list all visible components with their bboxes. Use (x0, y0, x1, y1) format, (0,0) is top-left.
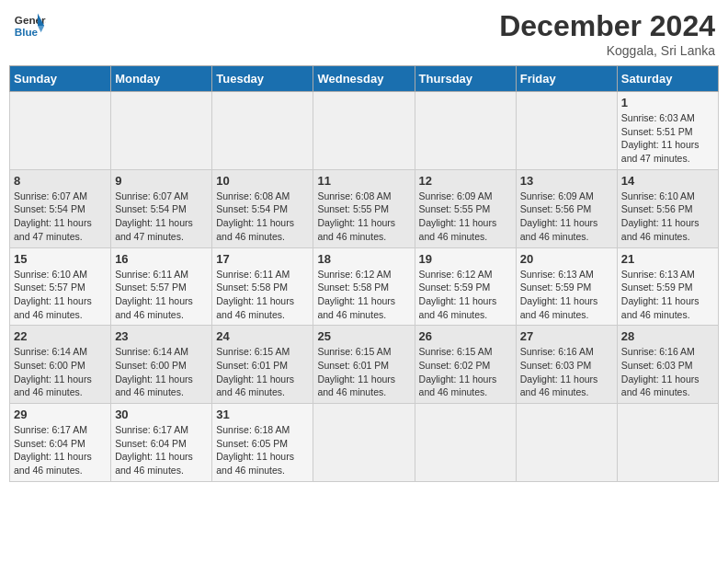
sunrise-label: Sunrise: 6:10 AM (621, 190, 695, 201)
daylight-label: Daylight: 11 hours and 46 minutes. (14, 373, 92, 398)
sunrise-label: Sunrise: 6:07 AM (115, 190, 188, 201)
header-thursday: Thursday (415, 66, 516, 92)
calendar-cell: 16 Sunrise: 6:11 AM Sunset: 5:57 PM Dayl… (111, 247, 212, 326)
logo: General Blue (13, 9, 46, 42)
calendar-cell: 28 Sunrise: 6:16 AM Sunset: 6:03 PM Dayl… (617, 326, 718, 404)
week-row-1: 1 Sunrise: 6:03 AM Sunset: 5:51 PM Dayli… (10, 92, 719, 170)
day-info: Sunrise: 6:16 AM Sunset: 6:03 PM Dayligh… (621, 345, 714, 399)
sunset-label: Sunset: 6:03 PM (621, 360, 693, 371)
sunset-label: Sunset: 6:01 PM (216, 360, 288, 371)
calendar-cell: 20 Sunrise: 6:13 AM Sunset: 5:59 PM Dayl… (516, 247, 617, 326)
daylight-label: Daylight: 11 hours and 46 minutes. (317, 295, 395, 320)
daylight-label: Daylight: 11 hours and 46 minutes. (14, 295, 92, 320)
sunset-label: Sunset: 5:54 PM (216, 203, 288, 214)
day-info: Sunrise: 6:18 AM Sunset: 6:05 PM Dayligh… (216, 423, 309, 477)
sunrise-label: Sunrise: 6:12 AM (317, 269, 391, 280)
sunset-label: Sunset: 6:00 PM (14, 360, 85, 371)
day-info: Sunrise: 6:09 AM Sunset: 5:55 PM Dayligh… (419, 190, 512, 244)
week-row-2: 8 Sunrise: 6:07 AM Sunset: 5:54 PM Dayli… (10, 169, 719, 247)
day-info: Sunrise: 6:03 AM Sunset: 5:51 PM Dayligh… (621, 111, 714, 166)
day-info: Sunrise: 6:17 AM Sunset: 6:04 PM Dayligh… (115, 423, 208, 477)
sunrise-label: Sunrise: 6:17 AM (14, 424, 87, 435)
day-info: Sunrise: 6:15 AM Sunset: 6:01 PM Dayligh… (216, 345, 309, 399)
day-number: 18 (317, 252, 410, 266)
sunset-label: Sunset: 5:59 PM (520, 282, 592, 293)
calendar-cell: 12 Sunrise: 6:09 AM Sunset: 5:55 PM Dayl… (415, 169, 516, 247)
day-info: Sunrise: 6:12 AM Sunset: 5:59 PM Dayligh… (419, 268, 512, 322)
daylight-label: Daylight: 11 hours and 46 minutes. (14, 451, 92, 476)
day-info: Sunrise: 6:07 AM Sunset: 5:54 PM Dayligh… (115, 190, 208, 244)
daylight-label: Daylight: 11 hours and 46 minutes. (216, 373, 294, 398)
sunrise-label: Sunrise: 6:09 AM (419, 190, 493, 201)
day-info: Sunrise: 6:13 AM Sunset: 5:59 PM Dayligh… (520, 268, 613, 322)
calendar-cell: 10 Sunrise: 6:08 AM Sunset: 5:54 PM Dayl… (212, 169, 313, 247)
header-sunday: Sunday (10, 66, 111, 92)
header-friday: Friday (516, 66, 617, 92)
calendar-cell (516, 92, 617, 170)
daylight-label: Daylight: 11 hours and 46 minutes. (216, 451, 294, 476)
sunrise-label: Sunrise: 6:16 AM (520, 346, 594, 357)
daylight-label: Daylight: 11 hours and 46 minutes. (115, 451, 193, 476)
daylight-label: Daylight: 11 hours and 47 minutes. (621, 139, 700, 164)
day-info: Sunrise: 6:12 AM Sunset: 5:58 PM Dayligh… (317, 268, 410, 322)
calendar-cell (10, 92, 111, 170)
calendar-cell (415, 404, 516, 482)
location-title: Koggala, Sri Lanka (499, 43, 715, 58)
daylight-label: Daylight: 11 hours and 46 minutes. (520, 295, 598, 320)
calendar-cell (617, 404, 718, 482)
sunrise-label: Sunrise: 6:13 AM (621, 269, 695, 280)
sunset-label: Sunset: 5:59 PM (419, 282, 491, 293)
daylight-label: Daylight: 11 hours and 47 minutes. (14, 217, 92, 242)
day-number: 31 (216, 408, 309, 421)
month-title: December 2024 (499, 9, 715, 43)
day-info: Sunrise: 6:14 AM Sunset: 6:00 PM Dayligh… (14, 345, 107, 399)
sunrise-label: Sunrise: 6:18 AM (216, 424, 290, 435)
sunset-label: Sunset: 5:55 PM (317, 203, 389, 214)
sunset-label: Sunset: 6:02 PM (419, 360, 491, 371)
page-header: General Blue December 2024 Koggala, Sri … (9, 9, 719, 58)
sunrise-label: Sunrise: 6:13 AM (520, 269, 594, 280)
sunset-label: Sunset: 6:03 PM (520, 360, 592, 371)
calendar-header-row: SundayMondayTuesdayWednesdayThursdayFrid… (10, 66, 719, 92)
day-number: 14 (621, 174, 714, 188)
calendar-cell (212, 92, 313, 170)
title-block: December 2024 Koggala, Sri Lanka (499, 9, 715, 58)
day-number: 21 (621, 252, 714, 266)
day-info: Sunrise: 6:11 AM Sunset: 5:58 PM Dayligh… (216, 268, 309, 322)
daylight-label: Daylight: 11 hours and 46 minutes. (115, 295, 193, 320)
daylight-label: Daylight: 11 hours and 46 minutes. (520, 217, 598, 242)
sunset-label: Sunset: 5:57 PM (115, 282, 187, 293)
sunrise-label: Sunrise: 6:16 AM (621, 346, 695, 357)
sunrise-label: Sunrise: 6:15 AM (419, 346, 493, 357)
week-row-3: 15 Sunrise: 6:10 AM Sunset: 5:57 PM Dayl… (10, 247, 719, 326)
day-info: Sunrise: 6:09 AM Sunset: 5:56 PM Dayligh… (520, 190, 613, 244)
sunset-label: Sunset: 5:59 PM (621, 282, 693, 293)
day-number: 10 (216, 174, 309, 188)
calendar-cell (313, 404, 415, 482)
sunrise-label: Sunrise: 6:09 AM (520, 190, 594, 201)
sunset-label: Sunset: 6:05 PM (216, 438, 288, 449)
daylight-label: Daylight: 11 hours and 46 minutes. (115, 373, 193, 398)
sunset-label: Sunset: 5:56 PM (621, 203, 693, 214)
svg-marker-3 (38, 26, 44, 32)
sunrise-label: Sunrise: 6:07 AM (14, 190, 87, 201)
sunset-label: Sunset: 6:00 PM (115, 360, 187, 371)
calendar-cell (516, 404, 617, 482)
day-number: 24 (216, 329, 309, 343)
calendar-cell: 22 Sunrise: 6:14 AM Sunset: 6:00 PM Dayl… (10, 326, 111, 404)
sunrise-label: Sunrise: 6:15 AM (216, 346, 290, 357)
day-info: Sunrise: 6:13 AM Sunset: 5:59 PM Dayligh… (621, 268, 714, 322)
day-info: Sunrise: 6:08 AM Sunset: 5:55 PM Dayligh… (317, 190, 410, 244)
daylight-label: Daylight: 11 hours and 46 minutes. (317, 373, 395, 398)
calendar-cell: 17 Sunrise: 6:11 AM Sunset: 5:58 PM Dayl… (212, 247, 313, 326)
sunset-label: Sunset: 5:51 PM (621, 126, 693, 137)
calendar-cell: 11 Sunrise: 6:08 AM Sunset: 5:55 PM Dayl… (313, 169, 415, 247)
logo-icon: General Blue (13, 9, 46, 42)
day-info: Sunrise: 6:17 AM Sunset: 6:04 PM Dayligh… (14, 423, 107, 477)
week-row-5: 29 Sunrise: 6:17 AM Sunset: 6:04 PM Dayl… (10, 404, 719, 482)
header-wednesday: Wednesday (313, 66, 415, 92)
day-number: 12 (419, 174, 512, 188)
day-number: 1 (621, 96, 714, 109)
daylight-label: Daylight: 11 hours and 46 minutes. (317, 217, 395, 242)
sunrise-label: Sunrise: 6:08 AM (216, 190, 290, 201)
